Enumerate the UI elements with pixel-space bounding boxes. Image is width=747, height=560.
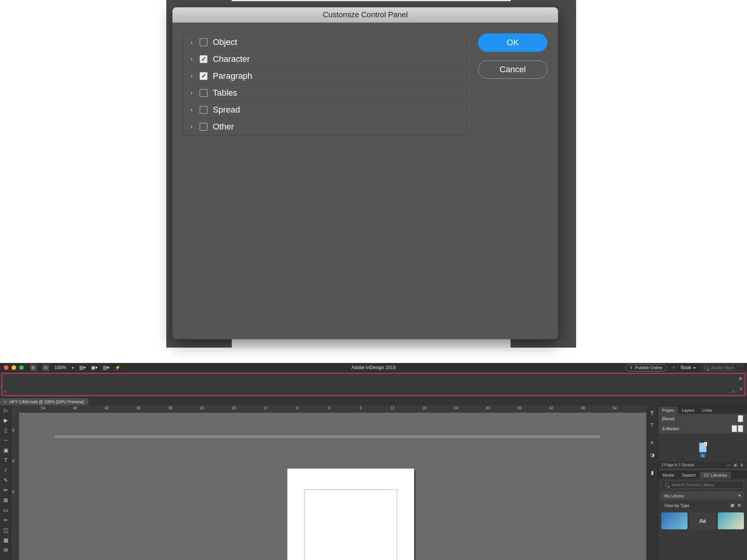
view-by-row[interactable]: View by Type ▦ ≣ xyxy=(661,501,744,509)
pages-panel-footer: 1 Page in 1 Spread ▭ ▣ 🗑 xyxy=(658,461,747,469)
content-collector-tool-icon[interactable]: ▣ xyxy=(0,445,12,455)
dialog-item-other[interactable]: › Other xyxy=(184,118,466,135)
adobe-stock-search[interactable]: Adobe Stock xyxy=(701,364,743,371)
view-options-icon[interactable]: ▥▾ xyxy=(79,365,86,370)
tab-stroke[interactable]: Stroke xyxy=(658,472,678,479)
paragraph-styles-icon[interactable]: ¶ xyxy=(648,408,656,417)
direct-selection-tool-icon[interactable]: ▶ xyxy=(0,415,12,425)
dialog-item-tables[interactable]: › Tables xyxy=(184,84,466,101)
tips-icon[interactable]: ♀ xyxy=(672,365,676,370)
master-none-row[interactable]: [None] xyxy=(658,414,747,424)
list-view-icon[interactable]: ≣ xyxy=(737,503,741,508)
zoom-level[interactable]: 100% xyxy=(55,365,66,370)
checkbox-object[interactable] xyxy=(200,38,207,46)
tab-links[interactable]: Links xyxy=(698,407,716,414)
vertical-ruler[interactable]: 6 0 6 xyxy=(12,413,19,560)
ruler-tick: 42 xyxy=(549,406,553,410)
edit-page-size-icon[interactable]: ▭ xyxy=(727,463,730,467)
bridge-icon[interactable]: Br xyxy=(30,364,37,371)
window-close-button[interactable] xyxy=(4,365,8,370)
checkbox-spread[interactable] xyxy=(200,106,207,114)
quote-right-icon: ›› xyxy=(732,389,735,394)
cc-asset-tile[interactable]: Aa xyxy=(690,512,716,529)
dialog-title: Customize Control Panel xyxy=(172,7,558,23)
dialog-item-paragraph[interactable]: › Paragraph xyxy=(184,68,466,84)
panel-menu-icon[interactable]: ≡ xyxy=(740,386,742,391)
type-tool-icon[interactable]: T xyxy=(0,455,12,465)
page-thumbnail-1[interactable]: A 1 xyxy=(699,442,707,452)
rectangle-tool-icon[interactable]: ▭ xyxy=(0,505,12,515)
checkbox-paragraph[interactable] xyxy=(200,72,207,80)
scissors-tool-icon[interactable]: ✂ xyxy=(0,515,12,525)
tab-pages[interactable]: Pages xyxy=(658,407,678,414)
gear-icon[interactable]: ✲ xyxy=(739,376,742,381)
note-tool-icon[interactable]: ✉ xyxy=(0,545,12,555)
ruler-tick: 12 xyxy=(390,406,394,410)
tab-swatches[interactable]: Swatch xyxy=(678,472,700,479)
workspace: ▷ ▶ ▯ ↔ ▣ T / ✎ ✏ ⊠ ▭ ✂ ◫ ▦ ✉ 54 48 42 3… xyxy=(0,405,747,560)
grid-view-icon[interactable]: ▦ xyxy=(730,503,734,508)
tab-layers[interactable]: Layers xyxy=(678,407,698,414)
document-canvas[interactable]: 54 48 42 36 30 24 18 12 6 0 6 12 18 24 3… xyxy=(12,405,646,560)
horizontal-ruler[interactable]: 54 48 42 36 30 24 18 12 6 0 6 12 18 24 3… xyxy=(12,405,646,413)
workspace-switcher[interactable]: Book ▾ xyxy=(681,365,696,370)
cc-library-search[interactable]: Search Current Library xyxy=(661,481,744,489)
chevron-right-icon: › xyxy=(190,123,194,130)
checkbox-other[interactable] xyxy=(200,123,207,131)
checkbox-tables[interactable] xyxy=(200,89,207,97)
page-tool-icon[interactable]: ▯ xyxy=(0,425,12,435)
page-1[interactable] xyxy=(287,469,414,560)
master-label: A-Master xyxy=(662,426,679,431)
stock-icon[interactable]: St xyxy=(42,364,49,371)
spread-edge xyxy=(55,435,600,438)
pathfinder-icon[interactable]: ◑ xyxy=(648,451,656,459)
tab-cc-libraries[interactable]: CC Libraries xyxy=(700,472,731,479)
cc-asset-tile[interactable] xyxy=(661,512,687,529)
page-edge-behind-dialog-top xyxy=(232,0,511,1)
publish-online-button[interactable]: ⇪ Publish Online xyxy=(625,364,667,371)
close-tab-icon[interactable]: × xyxy=(4,399,6,404)
align-icon[interactable]: ≡ xyxy=(648,438,656,447)
gpu-icon[interactable]: ⚡ xyxy=(115,365,121,370)
checkbox-character[interactable] xyxy=(200,55,207,63)
chevron-down-icon[interactable]: ▾ xyxy=(72,366,74,370)
search-icon xyxy=(665,483,669,487)
dialog-item-object[interactable]: › Object xyxy=(184,34,466,51)
library-picker[interactable]: My Library ▾ xyxy=(661,492,744,500)
gradient-tool-icon[interactable]: ▦ xyxy=(0,535,12,545)
document-tab-bar: × HFY CAW.indd @ 100% [GPU Preview] xyxy=(0,397,747,405)
ok-button[interactable]: OK xyxy=(478,33,547,52)
bookmark-icon[interactable]: ▮ xyxy=(648,468,656,477)
new-page-icon[interactable]: ▣ xyxy=(734,463,737,467)
dialog-item-character[interactable]: › Character xyxy=(184,51,466,68)
window-zoom-button[interactable] xyxy=(19,365,24,370)
trash-icon[interactable]: 🗑 xyxy=(740,463,744,467)
dialog-item-label: Tables xyxy=(213,88,237,98)
dialog-item-spread[interactable]: › Spread xyxy=(184,101,466,118)
rectangle-frame-tool-icon[interactable]: ⊠ xyxy=(0,495,12,505)
search-icon xyxy=(704,366,709,370)
gap-tool-icon[interactable]: ↔ xyxy=(0,435,12,445)
ruler-tick: 24 xyxy=(200,406,204,410)
ruler-tick: 36 xyxy=(136,406,141,410)
master-a-row[interactable]: A-Master xyxy=(658,424,747,434)
dialog-item-label: Object xyxy=(213,37,237,47)
selection-tool-icon[interactable]: ▷ xyxy=(0,405,12,415)
window-minimize-button[interactable] xyxy=(12,365,16,370)
cc-asset-tile[interactable] xyxy=(718,512,744,529)
arrange-icon[interactable]: ▤▾ xyxy=(103,365,109,370)
screen-mode-icon[interactable]: ▣▾ xyxy=(91,365,98,370)
document-tab[interactable]: × HFY CAW.indd @ 100% [GPU Preview] xyxy=(0,398,88,405)
cancel-button[interactable]: Cancel xyxy=(478,60,547,79)
a-master-thumb xyxy=(732,425,743,432)
ruler-tick: 0 xyxy=(12,459,15,463)
pasteboard[interactable] xyxy=(19,413,646,560)
ruler-tick: 30 xyxy=(168,406,172,410)
pages-thumbnails[interactable]: A 1 xyxy=(658,434,747,461)
pencil-tool-icon[interactable]: ✏ xyxy=(0,485,12,495)
character-styles-icon[interactable]: T xyxy=(648,421,656,429)
page-number-badge: 1 xyxy=(700,454,705,457)
line-tool-icon[interactable]: / xyxy=(0,465,12,475)
pen-tool-icon[interactable]: ✎ xyxy=(0,475,12,485)
free-transform-tool-icon[interactable]: ◫ xyxy=(0,525,12,535)
